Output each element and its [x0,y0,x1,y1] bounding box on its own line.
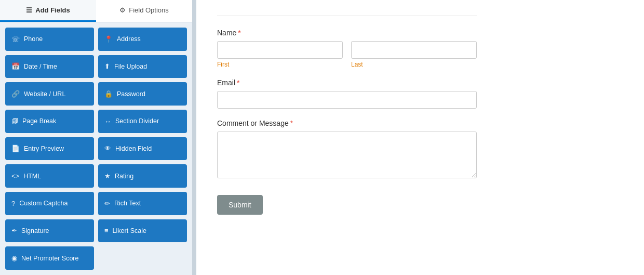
html-icon: <> [11,172,19,180]
first-name-input[interactable] [217,41,343,59]
signature-label: Signature [21,227,49,234]
html-label: HTML [23,173,41,180]
field-btn-likert-scale[interactable]: ≡Likert Scale [98,219,187,243]
email-field-group: Email* [217,78,477,109]
fields-grid: ☏Phone📍Address📅Date / Time⬆File Upload🔗W… [0,22,192,275]
tabs-header: ☰ Add Fields ⚙ Field Options [0,0,192,22]
likert-scale-label: Likert Scale [113,227,146,234]
field-btn-section-divider[interactable]: ↔Section Divider [98,110,187,133]
address-label: Address [117,35,141,43]
rating-icon: ★ [104,172,111,180]
field-btn-net-promoter[interactable]: ◉Net Promoter Score [5,246,94,270]
rich-text-icon: ✏ [104,200,110,207]
message-label: Comment or Message* [217,119,477,127]
password-icon: 🔒 [104,90,113,98]
gear-icon: ⚙ [119,6,126,14]
password-label: Password [117,90,145,98]
message-required-star: * [290,119,293,127]
datetime-icon: 📅 [11,62,20,70]
field-btn-rich-text[interactable]: ✏Rich Text [98,192,187,215]
email-label: Email* [217,78,477,87]
name-field-group: Name* First Last [217,29,477,68]
field-btn-phone[interactable]: ☏Phone [5,28,94,51]
section-divider-icon: ↔ [104,117,111,125]
entry-preview-icon: 📄 [11,145,20,152]
website-icon: 🔗 [11,90,20,98]
name-required-star: * [238,29,240,37]
field-btn-file-upload[interactable]: ⬆File Upload [98,55,187,78]
field-btn-html[interactable]: <>HTML [5,164,94,188]
section-divider-label: Section Divider [115,117,159,125]
file-upload-label: File Upload [114,63,147,70]
field-btn-datetime[interactable]: 📅Date / Time [5,55,94,78]
address-icon: 📍 [104,35,113,43]
field-btn-entry-preview[interactable]: 📄Entry Preview [5,137,94,161]
table-icon: ☰ [26,6,32,14]
field-btn-password[interactable]: 🔒Password [98,82,187,106]
file-upload-icon: ⬆ [104,62,110,70]
field-btn-rating[interactable]: ★Rating [98,164,187,188]
hidden-field-label: Hidden Field [115,145,152,152]
email-required-star: * [237,78,239,87]
message-field-group: Comment or Message* [217,119,477,180]
field-btn-page-break[interactable]: 🗐Page Break [5,110,94,133]
net-promoter-icon: ◉ [11,254,17,262]
form-section: Name* First Last Email* C [217,16,477,215]
page-break-icon: 🗐 [11,117,18,125]
net-promoter-label: Net Promoter Score [21,255,78,262]
right-panel: Name* First Last Email* C [196,0,644,275]
field-btn-address[interactable]: 📍Address [98,28,187,51]
message-textarea[interactable] [217,132,477,178]
field-btn-website[interactable]: 🔗Website / URL [5,82,94,106]
rich-text-label: Rich Text [114,200,141,207]
field-btn-hidden-field[interactable]: 👁Hidden Field [98,137,187,161]
signature-icon: ✒ [11,227,17,234]
website-label: Website / URL [24,90,65,98]
last-name-wrap: Last [351,41,477,68]
left-panel: ☰ Add Fields ⚙ Field Options ☏Phone📍Addr… [0,0,192,275]
field-btn-signature[interactable]: ✒Signature [5,219,94,243]
likert-scale-icon: ≡ [104,227,109,234]
page-break-label: Page Break [22,117,56,125]
hidden-field-icon: 👁 [104,145,111,152]
phone-label: Phone [24,35,43,43]
last-name-sublabel: Last [351,61,477,68]
phone-icon: ☏ [11,35,20,43]
tab-field-options[interactable]: ⚙ Field Options [96,0,192,22]
tab-add-fields[interactable]: ☰ Add Fields [0,0,96,22]
rating-label: Rating [115,173,133,180]
last-name-input[interactable] [351,41,477,59]
panel-divider[interactable] [192,0,196,275]
first-name-wrap: First [217,41,343,68]
submit-button[interactable]: Submit [217,195,263,215]
first-name-sublabel: First [217,61,343,68]
name-fields-row: First Last [217,41,477,68]
email-input[interactable] [217,91,477,109]
field-btn-custom-captcha[interactable]: ?Custom Captcha [5,192,94,215]
custom-captcha-label: Custom Captcha [19,200,68,207]
entry-preview-label: Entry Preview [24,145,64,152]
datetime-label: Date / Time [24,63,57,70]
name-label: Name* [217,29,477,37]
custom-captcha-icon: ? [11,200,15,207]
form-top-divider [217,16,477,16]
